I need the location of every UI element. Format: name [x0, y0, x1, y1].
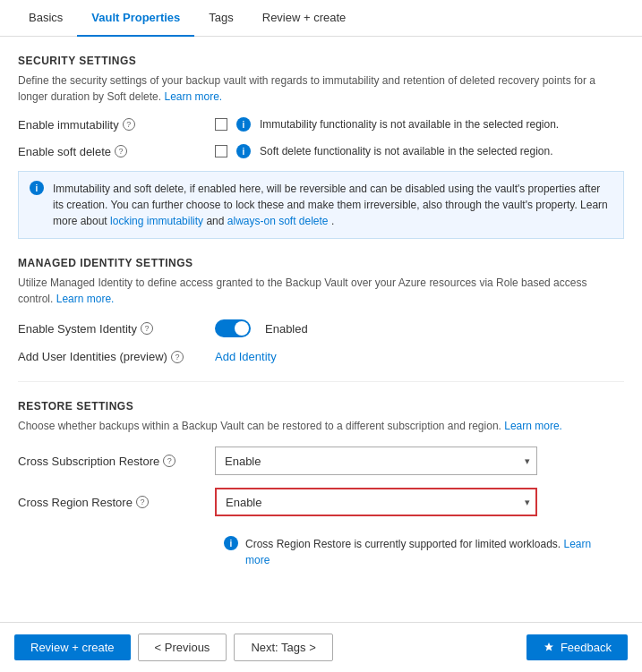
soft-delete-checkbox[interactable] — [215, 145, 227, 157]
cross-subscription-select[interactable]: Enable Disable — [215, 447, 537, 475]
cross-subscription-label: Cross Subscription Restore ? — [18, 455, 215, 468]
security-description: Define the security settings of your bac… — [18, 72, 624, 105]
restore-section: RESTORE SETTINGS Choose whether backups … — [18, 400, 624, 575]
cross-region-row: Cross Region Restore ? Enable Disable ▾ — [18, 488, 624, 516]
soft-delete-label: Enable soft delete ? — [18, 145, 215, 158]
system-identity-label: Enable System Identity ? — [18, 322, 215, 336]
cross-region-info-text: Cross Region Restore is currently suppor… — [245, 536, 615, 568]
managed-identity-description: Utilize Managed Identity to define acces… — [18, 275, 624, 307]
review-create-button[interactable]: Review + create — [14, 634, 131, 660]
info-box-icon: i — [30, 181, 44, 195]
system-identity-toggle[interactable] — [215, 319, 251, 337]
managed-identity-title: MANAGED IDENTITY SETTINGS — [18, 257, 624, 269]
soft-delete-info-icon: i — [236, 144, 251, 158]
system-identity-control: Enabled — [215, 319, 308, 337]
security-section: SECURITY SETTINGS Define the security se… — [18, 55, 624, 239]
cross-region-select[interactable]: Enable Disable — [215, 488, 537, 516]
previous-button[interactable]: < Previous — [138, 634, 227, 661]
locking-immutability-link[interactable]: locking immutability — [110, 215, 203, 227]
tab-review-create[interactable]: Review + create — [248, 0, 361, 37]
user-identities-row: Add User Identities (preview) ? Add Iden… — [18, 350, 624, 363]
feedback-icon — [543, 642, 555, 654]
cross-region-select-wrapper: Enable Disable ▾ — [215, 488, 537, 516]
immutability-info-text: Immutability functionality is not availa… — [260, 118, 559, 131]
soft-delete-help-icon[interactable]: ? — [115, 145, 127, 157]
immutability-label: Enable immutability ? — [18, 118, 215, 132]
info-box-text: Immutability and soft delete, if enabled… — [53, 181, 612, 229]
next-tags-button[interactable]: Next: Tags > — [234, 634, 332, 661]
immutability-checkbox[interactable] — [215, 118, 227, 131]
main-content: SECURITY SETTINGS Define the security se… — [0, 37, 642, 622]
restore-learn-more[interactable]: Learn more. — [504, 420, 562, 432]
cross-subscription-control: Enable Disable ▾ — [215, 447, 537, 475]
system-identity-row: Enable System Identity ? Enabled — [18, 319, 624, 337]
tab-vault-properties[interactable]: Vault Properties — [77, 0, 194, 37]
security-learn-more[interactable]: Learn more. — [164, 90, 222, 103]
tab-tags[interactable]: Tags — [194, 0, 247, 37]
cross-subscription-row: Cross Subscription Restore ? Enable Disa… — [18, 447, 624, 475]
soft-delete-row: Enable soft delete ? i Soft delete funct… — [18, 144, 624, 158]
divider-1 — [18, 381, 624, 382]
immutability-help-icon[interactable]: ? — [123, 118, 135, 131]
user-identities-control: Add Identity — [215, 350, 277, 363]
feedback-button[interactable]: Feedback — [526, 634, 628, 660]
restore-title: RESTORE SETTINGS — [18, 400, 624, 413]
cross-region-info-icon: i — [224, 536, 238, 550]
cross-region-help-icon[interactable]: ? — [136, 496, 149, 508]
cross-subscription-help-icon[interactable]: ? — [163, 455, 175, 467]
soft-delete-control: i Soft delete functionality is not avail… — [215, 144, 553, 158]
managed-identity-learn-more[interactable]: Learn more. — [56, 293, 115, 305]
user-identities-label: Add User Identities (preview) ? — [18, 350, 215, 363]
security-info-box: i Immutability and soft delete, if enabl… — [18, 171, 624, 239]
immutability-row: Enable immutability ? i Immutability fun… — [18, 117, 624, 132]
security-title: SECURITY SETTINGS — [18, 55, 624, 67]
cross-region-control: Enable Disable ▾ — [215, 488, 537, 516]
system-identity-status: Enabled — [265, 322, 308, 336]
soft-delete-info-text: Soft delete functionality is not availab… — [260, 145, 553, 157]
restore-description: Choose whether backups within a Backup V… — [18, 418, 624, 434]
cross-region-label: Cross Region Restore ? — [18, 496, 215, 509]
tab-basics[interactable]: Basics — [14, 0, 77, 37]
immutability-control: i Immutability functionality is not avai… — [215, 117, 559, 132]
tab-bar: Basics Vault Properties Tags Review + cr… — [0, 0, 642, 37]
cross-region-info-box: i Cross Region Restore is currently supp… — [215, 529, 624, 575]
cross-subscription-select-wrapper: Enable Disable ▾ — [215, 447, 537, 475]
managed-identity-section: MANAGED IDENTITY SETTINGS Utilize Manage… — [18, 257, 624, 363]
add-identity-link[interactable]: Add Identity — [215, 350, 277, 363]
immutability-info-icon: i — [236, 117, 251, 132]
always-on-soft-delete-link[interactable]: always-on soft delete — [227, 215, 329, 227]
system-identity-help-icon[interactable]: ? — [141, 322, 153, 335]
footer: Review + create < Previous Next: Tags > … — [0, 622, 642, 672]
user-identities-help-icon[interactable]: ? — [171, 351, 184, 363]
